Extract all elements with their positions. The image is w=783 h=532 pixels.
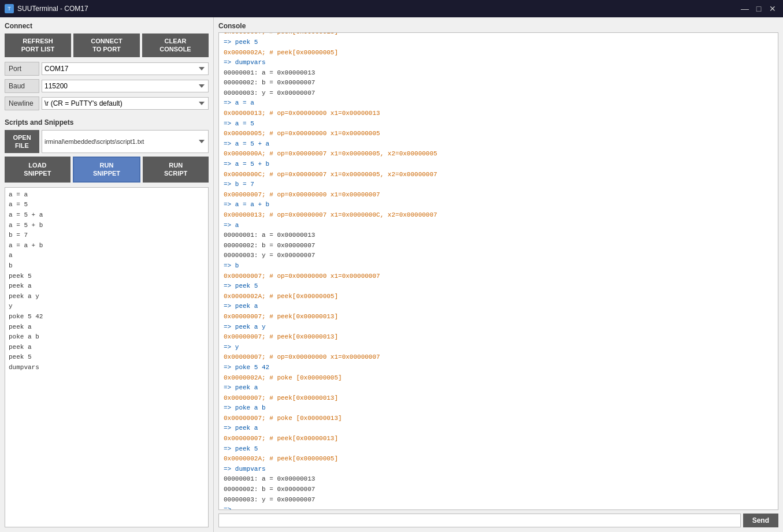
console-line: => peek 5 [224, 38, 773, 48]
baud-label: Baud [5, 79, 39, 93]
script-line: peek a [9, 281, 205, 292]
send-button[interactable]: Send [743, 514, 778, 527]
console-line: => peek a y [224, 322, 773, 333]
connect-label: Connect [5, 22, 209, 30]
console-line: => poke a b [224, 403, 773, 414]
run-script-button[interactable]: RUNSCRIPT [143, 157, 209, 183]
run-buttons: LOADSNIPPET RUNSNIPPET RUNSCRIPT [5, 157, 209, 183]
file-path-select[interactable]: irminal\embedded\scripts\script1.txt [42, 130, 209, 154]
script-line: peek 5 [9, 271, 205, 282]
baud-select[interactable]: 115200 [42, 80, 209, 92]
connect-to-port-button[interactable]: CONNECTTO PORT [73, 34, 140, 57]
console-line: 0x00000007; # op=0x00000000 x1=0x0000000… [224, 271, 773, 282]
script-content[interactable]: a = aa = 5a = 5 + aa = 5 + bb = 7a = a +… [5, 187, 209, 527]
console-line: 00000002: b = 0x00000007 [224, 241, 773, 251]
script-line: a = 5 [9, 200, 205, 210]
app-container: Connect REFRESHPORT LIST CONNECTTO PORT … [0, 17, 783, 532]
send-row: Send [218, 514, 778, 527]
newline-row: Newline \r (CR = PuTTY's default) [5, 96, 209, 110]
refresh-port-button[interactable]: REFRESHPORT LIST [5, 34, 71, 57]
console-label: Console [218, 22, 778, 30]
console-line: 0x0000000A; # op=0x00000007 x1=0x0000000… [224, 149, 773, 159]
console-line: 0x00000007; # peek[0x00000013] [224, 332, 773, 343]
connect-buttons: REFRESHPORT LIST CONNECTTO PORT CLEARCON… [5, 34, 209, 57]
scripts-section: Scripts and Snippets OPENFILE irminal\em… [5, 118, 209, 187]
newline-select[interactable]: \r (CR = PuTTY's default) [42, 97, 209, 110]
console-line: => peek a [224, 383, 773, 393]
port-label: Port [5, 62, 39, 76]
port-select[interactable]: COM17 [42, 62, 209, 75]
console-line: 0x00000007; # peek[0x00000013] [224, 393, 773, 404]
console-area[interactable]: 0x0000002A; # peek[0x00000005]=> peek a0… [218, 32, 778, 510]
open-file-button[interactable]: OPENFILE [5, 130, 39, 154]
console-line: 0x00000013; # op=0x00000007 x1=0x0000000… [224, 210, 773, 221]
script-line: poke 5 42 [9, 312, 205, 322]
console-line: 0x00000007; # poke [0x00000013] [224, 414, 773, 424]
console-line: => a = a [224, 98, 773, 109]
console-line: => a = 5 + b [224, 159, 773, 170]
scripts-label: Scripts and Snippets [5, 118, 209, 127]
script-line: dumpvars [9, 363, 205, 373]
console-line: 00000001: a = 0x00000013 [224, 474, 773, 485]
console-line: => dumpvars [224, 58, 773, 68]
script-line: peek 5 [9, 352, 205, 363]
console-line: 0x0000002A; # peek[0x00000005] [224, 48, 773, 58]
title-bar-controls: — □ ✕ [739, 3, 778, 14]
script-line: a = a + b [9, 241, 205, 251]
console-line: => a = 5 [224, 119, 773, 129]
maximize-button[interactable]: □ [753, 3, 765, 14]
minimize-button[interactable]: — [739, 3, 751, 14]
baud-row: Baud 115200 [5, 79, 209, 93]
script-line: poke a b [9, 332, 205, 343]
console-line: => b = 7 [224, 180, 773, 190]
close-button[interactable]: ✕ [767, 3, 778, 14]
file-row: OPENFILE irminal\embedded\scripts\script… [5, 130, 209, 154]
console-line: 0x00000007; # peek[0x00000013] [224, 434, 773, 444]
left-panel: Connect REFRESHPORT LIST CONNECTTO PORT … [0, 17, 214, 532]
console-line: 0x0000002A; # peek[0x00000005] [224, 292, 773, 302]
title-bar: T SUUTerminal - COM17 — □ ✕ [0, 0, 783, 17]
clear-console-button[interactable]: CLEARCONSOLE [142, 34, 209, 57]
send-input[interactable] [218, 514, 741, 527]
console-line: => a = 5 + a [224, 139, 773, 150]
console-line: 0x0000000C; # op=0x00000007 x1=0x0000000… [224, 170, 773, 180]
console-line: 0x00000005; # op=0x00000000 x1=0x0000000… [224, 129, 773, 139]
console-line: 00000003: y = 0x00000007 [224, 495, 773, 505]
right-panel: Console 0x0000002A; # peek[0x00000005]=>… [214, 17, 783, 532]
console-line: 0x0000002A; # peek[0x00000005] [224, 454, 773, 464]
script-line: y [9, 302, 205, 312]
console-line: => poke 5 42 [224, 363, 773, 373]
run-snippet-button[interactable]: RUNSNIPPET [73, 157, 141, 183]
title-bar-left: T SUUTerminal - COM17 [5, 4, 88, 13]
port-row: Port COM17 [5, 62, 209, 76]
console-line: => peek 5 [224, 444, 773, 455]
console-line: 00000002: b = 0x00000007 [224, 485, 773, 495]
console-line: => peek 5 [224, 281, 773, 292]
load-snippet-button[interactable]: LOADSNIPPET [5, 157, 70, 183]
console-line: 00000002: b = 0x00000007 [224, 78, 773, 88]
console-line: => b [224, 261, 773, 271]
console-line: => a = a + b [224, 200, 773, 210]
console-line: => peek a [224, 302, 773, 312]
console-line: => peek a [224, 423, 773, 434]
script-line: peek a [9, 322, 205, 333]
console-line: 00000003: y = 0x00000007 [224, 88, 773, 99]
console-line: 0x00000007; # op=0x00000000 x1=0x0000000… [224, 352, 773, 363]
console-line: 0x00000007; # op=0x00000000 x1=0x0000000… [224, 190, 773, 200]
console-line: => [224, 505, 773, 510]
console-line: => dumpvars [224, 464, 773, 475]
console-line: 00000001: a = 0x00000013 [224, 230, 773, 241]
script-line: a = a [9, 190, 205, 200]
console-line: 0x0000002A; # poke [0x00000005] [224, 373, 773, 384]
script-line: peek a [9, 343, 205, 353]
app-icon: T [5, 4, 14, 13]
console-line: 00000003: y = 0x00000007 [224, 251, 773, 261]
script-line: a = 5 + b [9, 221, 205, 231]
console-line: => a [224, 221, 773, 231]
console-line: 0x00000007; # peek[0x00000013] [224, 32, 773, 38]
console-line: => y [224, 343, 773, 353]
script-line: peek a y [9, 292, 205, 302]
console-line: 0x00000007; # peek[0x00000013] [224, 312, 773, 322]
console-line: 0x00000013; # op=0x00000000 x1=0x0000001… [224, 109, 773, 119]
script-line: b [9, 261, 205, 271]
